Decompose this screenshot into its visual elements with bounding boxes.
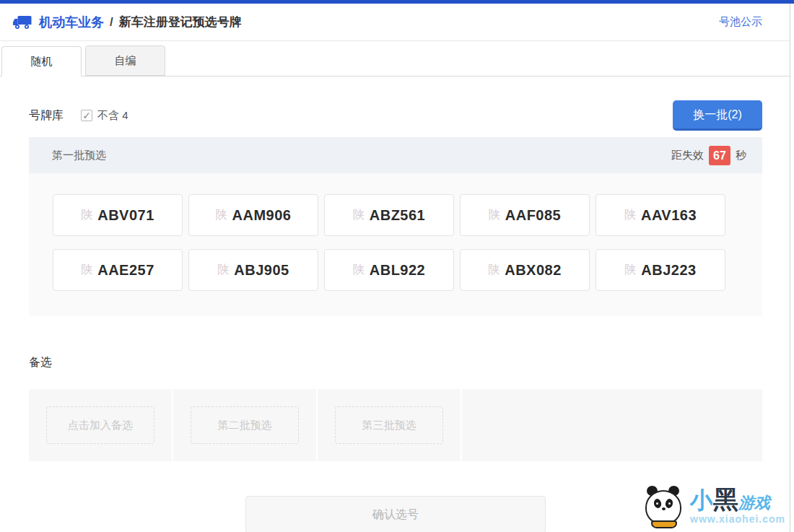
plate-number: ABX082 bbox=[505, 262, 562, 279]
province-character: 陕 bbox=[624, 208, 636, 223]
province-character: 陕 bbox=[81, 208, 92, 223]
plate-number: AAE257 bbox=[97, 262, 154, 279]
plate-number: ABL922 bbox=[370, 262, 425, 279]
expiry-prefix: 距失效 bbox=[671, 149, 704, 162]
plate-number: ABV071 bbox=[97, 207, 154, 224]
checkbox-check-icon: ✓ bbox=[81, 110, 92, 121]
province-character: 陕 bbox=[353, 208, 365, 223]
plate-option[interactable]: 陕 ABV071 bbox=[53, 194, 183, 236]
exclude-4-label: 不含 4 bbox=[97, 109, 128, 123]
plate-option[interactable]: 陕 ABZ561 bbox=[324, 194, 454, 236]
plate-number: ABJ223 bbox=[641, 262, 696, 279]
watermark-name-1: 小 bbox=[690, 487, 713, 513]
plate-number: ABZ561 bbox=[370, 207, 425, 224]
province-character: 陕 bbox=[216, 208, 227, 223]
plate-number: AAM906 bbox=[232, 207, 292, 224]
expiry-countdown: 距失效 67 秒 bbox=[671, 146, 746, 165]
province-character: 陕 bbox=[489, 208, 500, 223]
watermark-url: www.xiaohei.com bbox=[690, 514, 785, 524]
tab-random[interactable]: 随机 bbox=[1, 46, 82, 77]
watermark-text: 小黑游戏 www.xiaohei.com bbox=[690, 487, 785, 524]
alternative-cell-1: 点击加入备选 bbox=[29, 389, 173, 461]
alternative-cell-2: 第二批预选 bbox=[173, 389, 318, 461]
batch-header-bar: 第一批预选 距失效 67 秒 bbox=[29, 137, 762, 173]
province-character: 陕 bbox=[217, 263, 229, 278]
site-watermark: 小黑游戏 www.xiaohei.com bbox=[642, 480, 785, 531]
plate-option[interactable]: 陕 ABX082 bbox=[460, 249, 590, 291]
breadcrumb-separator: / bbox=[110, 15, 113, 30]
batch-2-placeholder: 第二批预选 bbox=[191, 406, 299, 444]
confirm-selection-button[interactable]: 确认选号 bbox=[245, 496, 546, 532]
plate-option[interactable]: 陕 ABL922 bbox=[324, 249, 454, 291]
alternatives-title: 备选 bbox=[29, 355, 762, 370]
watermark-name-2: 黑 bbox=[713, 485, 738, 513]
alternatives-empty-area bbox=[462, 389, 762, 461]
province-character: 陕 bbox=[353, 263, 365, 278]
main-content: 号牌库 ✓ 不含 4 换一批(2) 第一批预选 距失效 67 秒 陕 ABV07… bbox=[0, 100, 790, 532]
expiry-suffix: 秒 bbox=[736, 149, 746, 162]
truck-icon bbox=[13, 15, 32, 30]
alternative-cell-3: 第三批预选 bbox=[318, 389, 462, 461]
plate-number: ABJ905 bbox=[234, 262, 289, 279]
plate-option[interactable]: 陕 AAE257 bbox=[53, 249, 183, 291]
exclude-4-checkbox[interactable]: ✓ 不含 4 bbox=[81, 109, 128, 123]
plate-option[interactable]: 陕 ABJ223 bbox=[596, 249, 725, 291]
plate-row-1: 陕 ABV071 陕 AAM906 陕 ABZ561 陕 AAF085 陕 bbox=[53, 194, 741, 236]
plate-option[interactable]: 陕 AAF085 bbox=[460, 194, 590, 236]
province-character: 陕 bbox=[624, 263, 636, 278]
tab-self-edit[interactable]: 自编 bbox=[85, 45, 165, 76]
plate-option[interactable]: 陕 AAV163 bbox=[596, 194, 725, 236]
panda-mascot-icon bbox=[642, 480, 687, 531]
watermark-site-name: 小黑游戏 bbox=[690, 487, 785, 512]
plate-row-2: 陕 AAE257 陕 ABJ905 陕 ABL922 陕 ABX082 陕 bbox=[53, 249, 741, 291]
expiry-seconds-badge: 67 bbox=[709, 146, 730, 165]
plate-option[interactable]: 陕 ABJ905 bbox=[188, 249, 318, 291]
plate-number: AAV163 bbox=[641, 207, 697, 224]
page-title: 新车注册登记预选号牌 bbox=[119, 14, 242, 30]
refresh-batch-button[interactable]: 换一批(2) bbox=[673, 100, 762, 131]
plate-number: AAF085 bbox=[505, 207, 561, 224]
tab-bar: 随机 自编 bbox=[0, 46, 790, 77]
watermark-name-3: 游戏 bbox=[738, 494, 770, 512]
alternatives-bar: 点击加入备选 第二批预选 第三批预选 bbox=[29, 389, 762, 461]
header: 机动车业务 / 新车注册登记预选号牌 号池公示 bbox=[0, 4, 790, 41]
batch-3-placeholder: 第三批预选 bbox=[335, 406, 443, 444]
batch-title: 第一批预选 bbox=[52, 149, 106, 162]
province-character: 陕 bbox=[488, 263, 499, 278]
province-character: 陕 bbox=[81, 263, 92, 278]
plate-library-row: 号牌库 ✓ 不含 4 换一批(2) bbox=[29, 100, 762, 131]
plate-library-label: 号牌库 bbox=[29, 108, 64, 123]
number-pool-link[interactable]: 号池公示 bbox=[719, 15, 762, 29]
page-container: 机动车业务 / 新车注册登记预选号牌 号池公示 随机 自编 号牌库 ✓ 不含 4… bbox=[0, 4, 790, 532]
plate-grid: 陕 ABV071 陕 AAM906 陕 ABZ561 陕 AAF085 陕 bbox=[29, 173, 762, 316]
brand-title: 机动车业务 bbox=[39, 14, 104, 31]
plate-option[interactable]: 陕 AAM906 bbox=[188, 194, 318, 236]
add-to-alternatives-slot[interactable]: 点击加入备选 bbox=[46, 406, 154, 444]
